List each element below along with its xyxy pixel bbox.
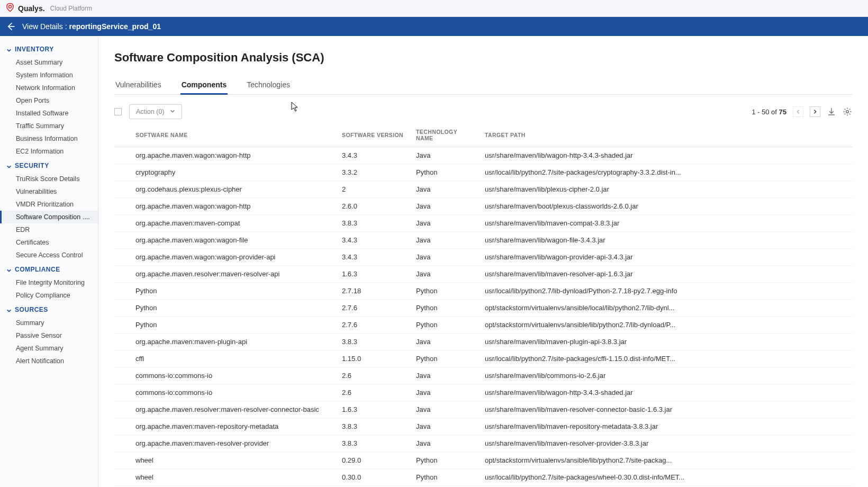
cell-path: usr/share/maven/lib/maven-resolver-provi… [480,435,852,452]
sidebar-section-header[interactable]: SECURITY [0,158,98,173]
back-arrow-icon[interactable] [5,21,16,32]
table-row[interactable]: org.apache.maven.wagon:wagon-file3.4.3Ja… [114,232,852,249]
pager-prev-button[interactable] [793,106,803,117]
cell-version: 3.8.3 [337,435,411,452]
cell-name: org.apache.maven.wagon:wagon-provider-ap… [130,249,337,266]
sidebar-item[interactable]: Open Ports [0,94,98,107]
sidebar-item[interactable]: TruRisk Score Details [0,173,98,185]
header-prefix: View Details : [22,22,69,31]
cell-path: usr/share/maven/lib/maven-repository-met… [480,418,852,435]
header-breadcrumb: View Details : reportingService_prod_01 [22,22,161,31]
table-row[interactable]: wheel0.30.0Pythonusr/local/lib/python2.7… [114,469,852,486]
sidebar-item[interactable]: VMDR Prioritization [0,198,98,211]
brand-sub: Cloud Platform [50,5,92,12]
cell-version: 2.7.18 [337,283,411,300]
table-row[interactable]: Python2.7.6Pythonopt/stackstorm/virtuale… [114,317,852,333]
col-header-name[interactable]: SOFTWARE NAME [130,124,337,147]
table-toolbar: Action (0) 1 - 50 of 75 [114,102,852,124]
sidebar-item[interactable]: Secure Access Control [0,249,98,261]
cell-tech: Java [411,181,480,198]
sidebar-item[interactable]: File Integrity Monitoring [0,276,98,289]
sidebar-item[interactable]: Software Composition .... [0,211,98,223]
sidebar-item[interactable]: EDR [0,223,98,236]
sidebar-item[interactable]: Traffic Summary [0,120,98,132]
pager-next-button[interactable] [810,106,820,117]
col-header-path[interactable]: TARGET PATH [480,124,852,147]
cell-name: org.apache.maven.wagon:wagon-http [130,198,337,215]
table-row[interactable]: commons-io:commons-io2.6Javausr/share/ma… [114,367,852,384]
sidebar-item[interactable]: EC2 Information [0,145,98,158]
sidebar-item[interactable]: Certificates [0,236,98,249]
download-icon[interactable] [827,107,836,116]
cell-path: usr/local/lib/python2.7/site-packages/cr… [480,164,852,181]
table-row[interactable]: org.apache.maven.wagon:wagon-provider-ap… [114,249,852,266]
sidebar-section-header[interactable]: INVENTORY [0,41,98,56]
cell-name: cryptography [130,164,337,181]
sidebar-section-header[interactable]: COMPLIANCE [0,261,98,276]
sidebar-item[interactable]: Vulnerabilities [0,185,98,198]
table-row[interactable]: cryptography3.3.2Pythonusr/local/lib/pyt… [114,164,852,181]
table-row[interactable]: org.apache.maven:maven-resolver-provider… [114,435,852,452]
cell-path: usr/local/lib/python2.7/site-packages/cf… [480,350,852,367]
sidebar-item[interactable]: Network Information [0,82,98,94]
tab[interactable]: Components [180,77,228,94]
cell-path: usr/share/maven/lib/maven-resolver-conne… [480,401,852,418]
cell-version: 3.3.2 [337,164,411,181]
tabs: VulnerabilitiesComponentsTechnologies [114,77,852,95]
col-header-tech[interactable]: TECHNOLOGY NAME [411,124,480,147]
components-table: SOFTWARE NAME SOFTWARE VERSION TECHNOLOG… [114,124,852,487]
sidebar-item[interactable]: System Information [0,69,98,82]
cell-tech: Java [411,333,480,350]
main-content: Software Composition Analysis (SCA) Vuln… [98,36,868,487]
cell-name: org.apache.maven:maven-repository-metada… [130,418,337,435]
cell-path: opt/stackstorm/virtualenvs/ansible/lib/p… [480,317,852,333]
table-row[interactable]: cffi1.15.0Pythonusr/local/lib/python2.7/… [114,350,852,367]
table-row[interactable]: org.apache.maven:maven-plugin-api3.8.3Ja… [114,333,852,350]
sidebar-item[interactable]: Policy Compliance [0,289,98,302]
tab[interactable]: Technologies [246,77,291,94]
table-row[interactable]: org.apache.maven:maven-repository-metada… [114,418,852,435]
cell-name: org.apache.maven.resolver:maven-resolver… [130,401,337,418]
cell-tech: Python [411,350,480,367]
cell-name: org.apache.maven.wagon:wagon-http [130,147,337,164]
cell-name: wheel [130,452,337,469]
table-row[interactable]: Python2.7.18Pythonusr/local/lib/python2.… [114,283,852,300]
cell-version: 2.6 [337,384,411,401]
cell-version: 3.8.3 [337,333,411,350]
cell-version: 1.15.0 [337,350,411,367]
sidebar-item[interactable]: Business Information [0,132,98,145]
table-row[interactable]: org.codehaus.plexus:plexus-cipher2Javaus… [114,181,852,198]
sidebar-item[interactable]: Asset Summary [0,56,98,69]
sidebar-item[interactable]: Passive Sensor [0,329,98,342]
table-row[interactable]: org.apache.maven.resolver:maven-resolver… [114,266,852,283]
table-row[interactable]: Python2.7.6Pythonopt/stackstorm/virtuale… [114,300,852,317]
gear-icon[interactable] [843,107,852,116]
cell-path: usr/local/lib/python2.7/lib-dynload/Pyth… [480,283,852,300]
sidebar-item[interactable]: Installed Software [0,107,98,120]
select-all-checkbox[interactable] [114,108,122,115]
page-header: View Details : reportingService_prod_01 [0,17,868,36]
cell-version: 2.7.6 [337,317,411,333]
sidebar-item[interactable]: Agent Summary [0,342,98,355]
cell-path: opt/stackstorm/virtualenvs/ansible/lib/p… [480,452,852,469]
sidebar[interactable]: INVENTORYAsset SummarySystem Information… [0,36,98,487]
qualys-logo-icon [5,3,15,14]
table-row[interactable]: org.apache.maven.wagon:wagon-http2.6.0Ja… [114,198,852,215]
action-dropdown[interactable]: Action (0) [129,104,182,119]
col-header-version[interactable]: SOFTWARE VERSION [337,124,411,147]
tab[interactable]: Vulnerabilities [114,77,162,94]
table-row[interactable]: org.apache.maven:maven-compat3.8.3Javaus… [114,215,852,232]
sidebar-section-header[interactable]: SOURCES [0,302,98,317]
sidebar-item[interactable]: Summary [0,317,98,329]
cell-path: usr/share/maven/lib/maven-compat-3.8.3.j… [480,215,852,232]
table-row[interactable]: wheel0.29.0Pythonopt/stackstorm/virtuale… [114,452,852,469]
table-row[interactable]: commons-io:commons-io2.6Javausr/share/ma… [114,384,852,401]
cell-tech: Java [411,435,480,452]
chevron-down-icon [6,47,12,52]
table-row[interactable]: org.apache.maven.wagon:wagon-http3.4.3Ja… [114,147,852,164]
cell-path: usr/share/maven/lib/maven-resolver-api-1… [480,266,852,283]
sidebar-item[interactable]: Alert Notification [0,355,98,367]
table-row[interactable]: org.apache.maven.resolver:maven-resolver… [114,401,852,418]
cell-version: 2.7.6 [337,300,411,317]
table-wrap[interactable]: SOFTWARE NAME SOFTWARE VERSION TECHNOLOG… [114,124,852,487]
